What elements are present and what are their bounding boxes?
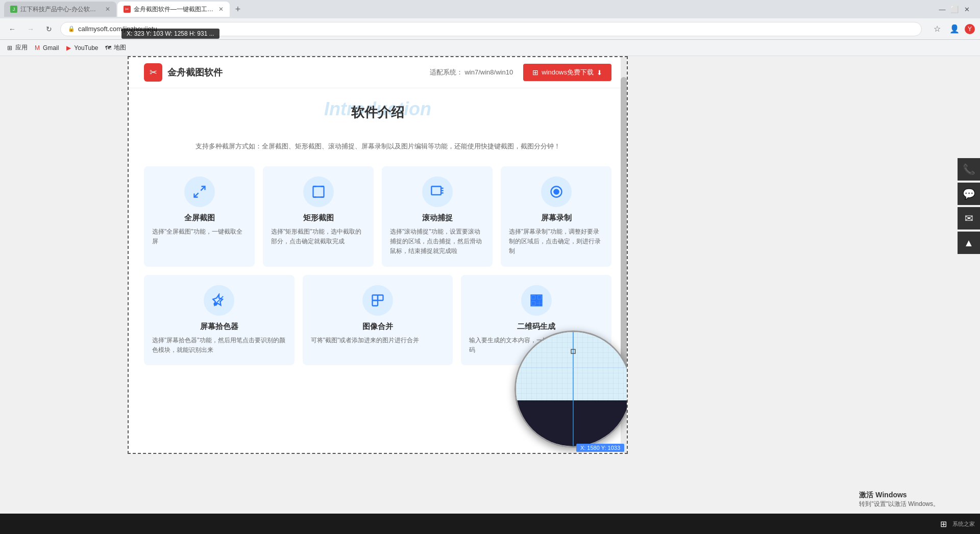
feature-title-scroll: 滚动捕捉 <box>390 213 484 223</box>
bookmark-youtube-label: YouTube <box>74 44 98 52</box>
svg-line-1 <box>194 193 198 197</box>
feature-desc-merge: 可将"截图"或者添加进来的图片进行合并 <box>311 336 445 345</box>
toolbar-icons: ☆ 👤 Y <box>930 22 975 36</box>
refresh-button[interactable]: ↻ <box>42 22 56 36</box>
download-icon: ⬇ <box>597 69 602 77</box>
svg-rect-26 <box>537 304 539 306</box>
color-icon-circle <box>204 285 234 316</box>
bookmark-map[interactable]: 🗺 地图 <box>105 43 126 52</box>
bookmark-star-icon[interactable]: ☆ <box>930 22 944 36</box>
svg-rect-23 <box>532 302 534 304</box>
intro-section: Introduction 软件介绍 支持多种截屏方式如：全屏截图、矩形截图、滚动… <box>144 98 611 151</box>
rect-icon-circle <box>303 176 334 207</box>
profile-icon[interactable]: 👤 <box>947 22 962 36</box>
compat-label: 适配系统： win7/win8/win10 <box>430 68 513 77</box>
feature-title-merge: 图像合并 <box>311 322 445 332</box>
sidebar-top-button[interactable]: ▲ <box>958 232 980 254</box>
apps-icon: ⊞ <box>6 44 13 52</box>
svg-rect-21 <box>532 296 534 298</box>
tab-2-favicon: ✂ <box>124 6 131 13</box>
fullscreen-icon-circle <box>184 176 215 207</box>
intro-subtitle: 支持多种截屏方式如：全屏截图、矩形截图、滚动捕捉、屏幕录制以及图片编辑等功能，还… <box>144 142 611 151</box>
feature-card-rect: 矩形截图 选择"矩形截图"功能，选中截取的部分，点击确定就截取完成 <box>263 166 374 267</box>
qrcode-icon-circle <box>521 285 552 316</box>
tab-1-close[interactable]: ✕ <box>105 6 110 13</box>
bookmark-apps-label: 应用 <box>15 43 28 52</box>
feature-desc-scroll: 选择"滚动捕捉"功能，设置要滚动捕捉的区域，点击捕捉，然后滑动鼠标，结束捕捉就完… <box>390 227 484 257</box>
bookmark-gmail[interactable]: M Gmail <box>34 44 59 52</box>
map-icon: 🗺 <box>105 44 112 52</box>
sidebar-phone-button[interactable]: 📞 <box>958 158 980 181</box>
bookmark-gmail-label: Gmail <box>43 44 59 52</box>
tab-bar: J 江下科技产品中心-办公软件下载 ✕ ✂ 金舟截图软件—一键截图工具_支...… <box>0 0 980 18</box>
back-button[interactable]: ← <box>5 22 19 36</box>
feature-card-scroll: 滚动捕捉 选择"滚动捕捉"功能，设置要滚动捕捉的区域，点击捕捉，然后滑动鼠标，结… <box>382 166 493 267</box>
watermark-subtitle: 转到"设置"以激活 Windows。 <box>859 500 939 508</box>
magnifier-overlay <box>514 330 628 448</box>
sidebar-chat-button[interactable]: 💬 <box>958 183 980 205</box>
feature-title-color: 屏幕拾色器 <box>152 322 286 332</box>
svg-point-12 <box>554 189 558 194</box>
new-tab-button[interactable]: + <box>231 2 245 16</box>
tab-2-close[interactable]: ✕ <box>218 6 224 13</box>
svg-rect-17 <box>372 300 378 306</box>
feature-card-fullscreen: 全屏截图 选择"全屏截图"功能，一键截取全屏 <box>144 166 255 267</box>
tab-1-label: 江下科技产品中心-办公软件下载 <box>20 5 100 14</box>
svg-rect-27 <box>540 304 542 306</box>
magnifier-bottom <box>516 400 628 446</box>
feature-title-record: 屏幕录制 <box>509 213 603 223</box>
minimize-button[interactable]: — <box>937 4 947 14</box>
tray-icon-1: ⊞ <box>938 519 948 529</box>
svg-rect-24 <box>537 301 539 303</box>
bookmark-map-label: 地图 <box>114 43 126 52</box>
feature-card-record: 屏幕录制 选择"屏幕录制"功能，调整好要录制的区域后，点击确定，则进行录制 <box>501 166 611 267</box>
forward-button[interactable]: → <box>23 22 38 36</box>
screenshot-region: ✂ 金舟截图软件 适配系统： win7/win8/win10 ⊞ windows… <box>128 56 628 454</box>
bookmark-apps[interactable]: ⊞ 应用 <box>6 43 28 52</box>
svg-rect-16 <box>378 295 383 300</box>
features-grid-1: 全屏截图 选择"全屏截图"功能，一键截取全屏 矩形截图 <box>144 166 611 267</box>
download-button[interactable]: ⊞ windows免费下载 ⬇ <box>523 64 611 81</box>
feature-title-qrcode: 二维码生成 <box>469 322 603 332</box>
logo-symbol: ✂ <box>150 67 157 78</box>
intro-title: 软件介绍 <box>144 98 611 121</box>
feature-card-merge: 图像合并 可将"截图"或者添加进来的图片进行合并 <box>303 275 453 365</box>
svg-rect-25 <box>540 301 542 303</box>
content-area: ✂ 金舟截图软件 适配系统： win7/win8/win10 ⊞ windows… <box>0 56 980 534</box>
maximize-button[interactable]: ⬜ <box>949 4 960 14</box>
magnifier-grid-svg <box>516 332 628 403</box>
feature-title-fullscreen: 全屏截图 <box>152 213 247 223</box>
tab-1[interactable]: J 江下科技产品中心-办公软件下载 ✕ <box>4 2 116 17</box>
logo-text: 金舟截图软件 <box>167 66 223 79</box>
lock-icon: 🔒 <box>68 26 75 32</box>
tab-2[interactable]: ✂ 金舟截图软件—一键截图工具_支... ✕ <box>117 2 230 17</box>
gmail-icon: M <box>34 44 41 52</box>
magnifier-bottom-lines <box>516 400 628 446</box>
tray-area: ⊞ 系统之家 <box>938 519 975 529</box>
feature-desc-color: 选择"屏幕拾色器"功能，然后用笔点击要识别的颜色模块，就能识别出来 <box>152 336 286 355</box>
scroll-icon-circle <box>422 176 453 207</box>
sidebar-email-button[interactable]: ✉ <box>958 207 980 230</box>
header-right: 适配系统： win7/win8/win10 ⊞ windows免费下载 ⬇ <box>430 64 611 81</box>
logo-icon: ✂ <box>144 63 162 82</box>
svg-point-14 <box>214 302 217 305</box>
bookmark-youtube[interactable]: ▶ YouTube <box>65 44 98 52</box>
feature-desc-record: 选择"屏幕录制"功能，调整好要录制的区域后，点击确定，则进行录制 <box>509 227 603 257</box>
svg-rect-2 <box>313 187 324 197</box>
svg-rect-7 <box>431 187 441 195</box>
windows-icon: ⊞ <box>532 68 538 77</box>
coords-display: X: 1580 Y: 1033 <box>576 444 624 452</box>
feature-desc-fullscreen: 选择"全屏截图"功能，一键截取全屏 <box>152 227 247 246</box>
svg-rect-22 <box>538 296 541 298</box>
feature-title-rect: 矩形截图 <box>271 213 365 223</box>
watermark-title: 激活 Windows <box>859 491 939 500</box>
close-button[interactable]: ✕ <box>962 4 972 14</box>
window-controls: — ⬜ ✕ <box>937 4 976 14</box>
intro-relative: Introduction 软件介绍 <box>144 98 611 121</box>
svg-line-0 <box>201 187 205 191</box>
extension-icon[interactable]: Y <box>965 24 975 34</box>
website-header: ✂ 金舟截图软件 适配系统： win7/win8/win10 ⊞ windows… <box>129 57 627 88</box>
bookmarks-bar: ⊞ 应用 M Gmail ▶ YouTube 🗺 地图 X: 323 Y: 10… <box>0 40 980 56</box>
tab-1-favicon: J <box>10 6 17 13</box>
tab-2-label: 金舟截图软件—一键截图工具_支... <box>134 5 213 14</box>
